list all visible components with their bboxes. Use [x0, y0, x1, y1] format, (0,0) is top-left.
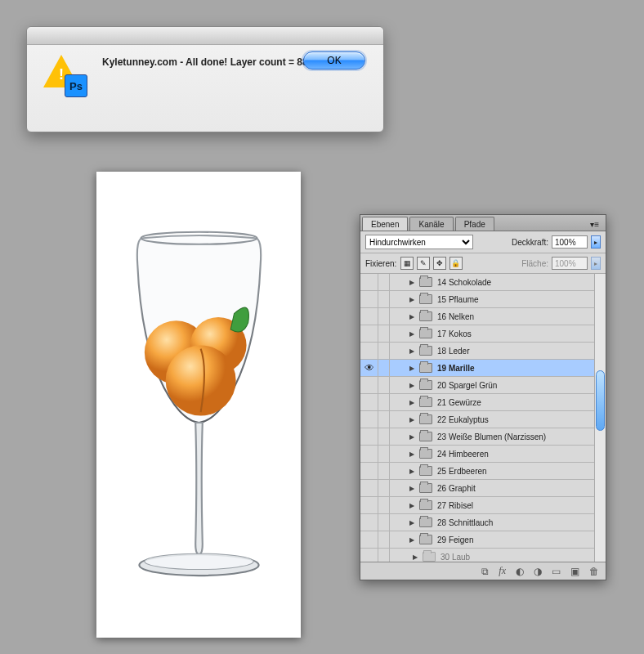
layer-body[interactable]: ▶27 Ribisel [390, 500, 594, 510]
layer-body[interactable]: ▶21 Gewürze [390, 397, 594, 407]
lock-all-icon[interactable]: 🔒 [449, 257, 463, 270]
tab-paths[interactable]: Pfade [455, 217, 494, 231]
visibility-toggle[interactable] [360, 549, 378, 562]
new-layer-icon[interactable]: ▣ [570, 566, 579, 577]
tab-channels[interactable]: Kanäle [409, 217, 453, 231]
disclosure-triangle-icon[interactable]: ▶ [413, 553, 418, 561]
disclosure-triangle-icon[interactable]: ▶ [409, 313, 414, 320]
trash-icon[interactable]: 🗑 [589, 566, 599, 577]
disclosure-triangle-icon[interactable]: ▶ [409, 468, 414, 475]
layer-body[interactable]: ▶17 Kokos [390, 329, 594, 338]
disclosure-triangle-icon[interactable]: ▶ [409, 382, 414, 389]
ok-button[interactable]: OK [303, 52, 365, 69]
layer-row[interactable]: ▶28 Schnittlauch [360, 514, 594, 531]
fill-value: 100% [552, 257, 588, 270]
panel-menu-icon[interactable]: ▾≡ [587, 218, 602, 231]
layer-row[interactable]: ▶20 Spargel Grün [360, 377, 594, 394]
layer-row[interactable]: ▶14 Schokolade [360, 274, 594, 291]
document-canvas[interactable] [96, 172, 301, 638]
visibility-toggle[interactable] [360, 531, 378, 548]
layer-body[interactable]: ▶30 Laub [390, 552, 594, 562]
visibility-toggle[interactable] [360, 291, 378, 307]
disclosure-triangle-icon[interactable]: ▶ [409, 279, 414, 286]
adjust-icon[interactable]: ◑ [534, 566, 542, 577]
layer-row[interactable]: ▶22 Eukalyptus [360, 411, 594, 428]
disclosure-triangle-icon[interactable]: ▶ [409, 365, 414, 372]
lock-pixels-icon[interactable]: ✎ [417, 257, 430, 270]
opacity-dropdown-icon[interactable]: ▸ [591, 235, 601, 249]
disclosure-triangle-icon[interactable]: ▶ [409, 519, 414, 526]
blend-mode-select[interactable]: Hindurchwirken [365, 235, 473, 249]
visibility-toggle[interactable] [360, 394, 378, 410]
layer-body[interactable]: ▶18 Leder [390, 346, 594, 356]
layer-body[interactable]: ▶24 Himbeeren [390, 449, 594, 459]
layer-row[interactable]: ▶17 Kokos [360, 325, 594, 343]
visibility-toggle[interactable]: 👁 [360, 360, 378, 376]
disclosure-triangle-icon[interactable]: ▶ [409, 296, 414, 303]
layer-body[interactable]: ▶20 Spargel Grün [390, 380, 594, 390]
disclosure-triangle-icon[interactable]: ▶ [409, 399, 414, 406]
layer-body[interactable]: ▶23 Weiße Blumen (Narzissen) [390, 432, 594, 441]
disclosure-triangle-icon[interactable]: ▶ [409, 330, 414, 338]
disclosure-triangle-icon[interactable]: ▶ [409, 502, 414, 509]
layer-row[interactable]: ▶30 Laub [360, 549, 594, 562]
opacity-value[interactable]: 100% [552, 235, 588, 249]
layers-scrollbar[interactable] [594, 274, 606, 562]
visibility-toggle[interactable] [360, 497, 378, 513]
layer-row[interactable]: ▶29 Feigen [360, 531, 594, 549]
disclosure-triangle-icon[interactable]: ▶ [409, 536, 414, 544]
layer-row[interactable]: ▶21 Gewürze [360, 394, 594, 411]
lock-position-icon[interactable]: ✥ [433, 257, 446, 270]
layer-row[interactable]: ▶15 Pflaume [360, 291, 594, 308]
layer-meta-cell [378, 343, 390, 359]
layer-row[interactable]: ▶18 Leder [360, 343, 594, 360]
link-icon[interactable]: ⧉ [481, 566, 489, 577]
disclosure-triangle-icon[interactable]: ▶ [409, 433, 414, 441]
layer-row[interactable]: ▶27 Ribisel [360, 497, 594, 514]
layers-list[interactable]: ▶14 Schokolade▶15 Pflaume▶16 Nelken▶17 K… [360, 274, 594, 562]
disclosure-triangle-icon[interactable]: ▶ [409, 450, 414, 458]
visibility-toggle[interactable] [360, 308, 378, 325]
layer-row[interactable]: 👁▶19 Marille [360, 360, 594, 377]
fx-icon[interactable]: fx [499, 565, 506, 577]
disclosure-triangle-icon[interactable]: ▶ [409, 485, 414, 492]
visibility-toggle[interactable] [360, 446, 378, 462]
layer-row[interactable]: ▶26 Graphit [360, 480, 594, 497]
visibility-toggle[interactable] [360, 325, 378, 342]
layer-body[interactable]: ▶29 Feigen [390, 535, 594, 544]
layer-body[interactable]: ▶25 Erdbeeren [390, 466, 594, 476]
disclosure-triangle-icon[interactable]: ▶ [409, 416, 414, 423]
layers-panel: Ebenen Kanäle Pfade ▾≡ Hindurchwirken De… [360, 214, 606, 580]
layer-name: 27 Ribisel [437, 501, 473, 510]
layer-row[interactable]: ▶16 Nelken [360, 308, 594, 325]
visibility-toggle[interactable] [360, 514, 378, 531]
layer-row[interactable]: ▶25 Erdbeeren [360, 463, 594, 480]
layer-body[interactable]: ▶15 Pflaume [390, 294, 594, 304]
visibility-toggle[interactable] [360, 463, 378, 479]
fill-label: Fläche: [521, 259, 548, 268]
layer-body[interactable]: ▶19 Marille [390, 363, 594, 373]
layer-row[interactable]: ▶23 Weiße Blumen (Narzissen) [360, 428, 594, 446]
layer-row[interactable]: ▶24 Himbeeren [360, 446, 594, 463]
visibility-toggle[interactable] [360, 274, 378, 290]
layer-meta-cell [378, 549, 390, 562]
layer-body[interactable]: ▶14 Schokolade [390, 277, 594, 287]
layer-body[interactable]: ▶16 Nelken [390, 311, 594, 321]
visibility-toggle[interactable] [360, 411, 378, 428]
scrollbar-thumb[interactable] [596, 370, 605, 431]
folder-icon [419, 329, 432, 338]
visibility-toggle[interactable] [360, 428, 378, 445]
visibility-toggle[interactable] [360, 343, 378, 359]
layer-body[interactable]: ▶22 Eukalyptus [390, 414, 594, 424]
tab-layers[interactable]: Ebenen [362, 217, 408, 231]
dialog-titlebar[interactable] [27, 27, 383, 45]
layer-body[interactable]: ▶28 Schnittlauch [390, 517, 594, 527]
fill-dropdown-icon: ▸ [591, 257, 601, 270]
disclosure-triangle-icon[interactable]: ▶ [409, 347, 414, 355]
visibility-toggle[interactable] [360, 480, 378, 496]
layer-body[interactable]: ▶26 Graphit [390, 483, 594, 493]
visibility-toggle[interactable] [360, 377, 378, 393]
mask-icon[interactable]: ◐ [516, 566, 524, 577]
new-group-icon[interactable]: ▭ [552, 566, 561, 577]
lock-transparency-icon[interactable]: ▦ [400, 257, 414, 270]
